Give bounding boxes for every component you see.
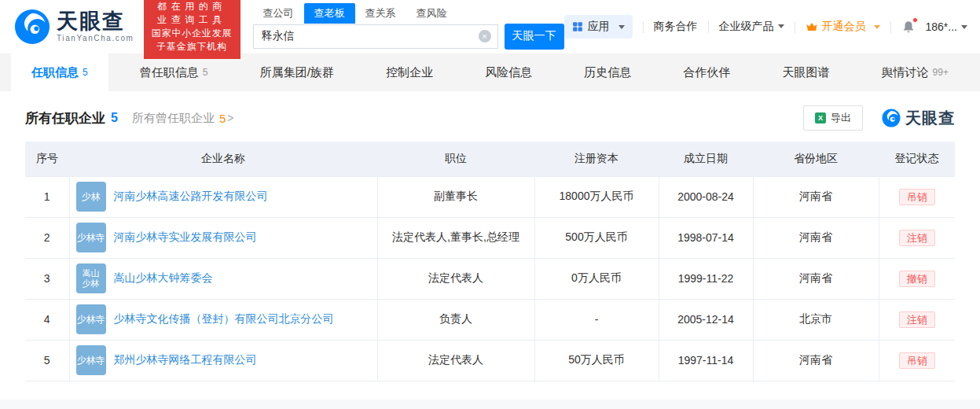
company-link[interactable]: 少林寺文化传播（登封）有限公司北京分公司 — [114, 312, 334, 326]
clear-search-icon[interactable]: × — [479, 30, 491, 42]
chevron-right-icon: > — [227, 112, 233, 124]
search-tab-relation[interactable]: 查关系 — [355, 3, 406, 24]
tab-graph[interactable]: 天眼图谱 — [762, 53, 850, 91]
row-index: 4 — [25, 299, 69, 340]
export-label: 导出 — [831, 111, 851, 125]
position-cell: 法定代表人 — [377, 340, 534, 381]
promo-banner-line1: 都在用的商业查询工具 — [152, 0, 233, 27]
tab-group[interactable]: 所属集团/族群 — [240, 53, 354, 91]
date-cell: 2000-08-24 — [659, 176, 753, 217]
divider — [890, 21, 891, 33]
tab-label: 舆情讨论 — [882, 65, 929, 80]
region-cell: 河南省 — [753, 340, 879, 381]
tab-label: 所属集团/族群 — [260, 65, 334, 80]
tab-partners[interactable]: 合作伙伴 — [663, 53, 751, 91]
tab-label: 天眼图谱 — [782, 65, 829, 80]
avatar-text: 少林寺 — [77, 314, 105, 325]
avatar-text: 少林 — [83, 278, 100, 289]
table-row: 3 嵩山 少林 嵩山少林大钟筹委会 法定代表人 0万人民币 1999-11-22… — [25, 258, 955, 299]
crown-icon — [806, 22, 818, 32]
capital-cell: 0万人民币 — [534, 258, 659, 299]
tab-risk-info[interactable]: 风险信息 — [464, 53, 552, 91]
avatar-text: 少林 — [82, 191, 101, 202]
tab-label: 控制企业 — [386, 65, 433, 80]
chevron-down-icon — [961, 25, 967, 29]
promo-banner-line2: 国家中小企业发展子基金旗下机构 — [152, 27, 233, 53]
status-badge: 注销 — [899, 311, 935, 328]
section-title-count: 5 — [111, 111, 118, 125]
col-region: 省份地区 — [753, 142, 879, 176]
row-index: 3 — [25, 258, 69, 299]
capital-cell: 18000万人民币 — [534, 176, 659, 217]
chevron-down-icon — [874, 25, 880, 29]
table-header-row: 序号 企业名称 职位 注册资本 成立日期 省份地区 登记状态 — [25, 142, 955, 176]
tab-history-info[interactable]: 历史信息 — [563, 53, 651, 91]
chevron-down-icon — [618, 25, 625, 29]
status-badge: 撤销 — [899, 271, 935, 287]
position-cell: 法定代表人,董事长,总经理 — [377, 217, 534, 258]
position-cell: 法定代表人 — [377, 258, 534, 299]
tab-public-opinion[interactable]: 舆情讨论99+ — [861, 53, 969, 91]
notification-dot — [912, 17, 918, 23]
company-link[interactable]: 河南少林寺实业发展有限公司 — [114, 230, 257, 245]
region-cell: 北京市 — [753, 299, 879, 340]
tianyancha-logo-icon — [14, 9, 50, 45]
capital-cell: 500万人民币 — [534, 217, 659, 258]
divider — [795, 21, 795, 33]
table-row: 1 少林 河南少林高速公路开发有限公司 副董事长 18000万人民币 2000-… — [25, 176, 955, 217]
avatar-text: 嵩山 — [83, 268, 100, 278]
date-cell: 1998-07-14 — [659, 217, 753, 258]
tianyancha-logo[interactable]: 天眼查 TianYanCha.com — [14, 9, 134, 45]
row-index: 2 — [25, 217, 69, 258]
company-link[interactable]: 河南少林高速公路开发有限公司 — [114, 190, 268, 204]
table-row: 2 少林寺 河南少林寺实业发展有限公司 法定代表人,董事长,总经理 500万人民… — [25, 217, 955, 258]
search-tab-boss[interactable]: 查老板 — [304, 3, 355, 24]
status-badge: 吊销 — [899, 189, 935, 205]
tab-controlled-companies[interactable]: 控制企业 — [365, 53, 453, 91]
logo-subtitle: TianYanCha.com — [57, 35, 134, 42]
company-link[interactable]: 郑州少林寺网络工程有限公司 — [114, 353, 257, 367]
search-tab-company[interactable]: 查公司 — [253, 3, 304, 24]
former-positions-count: 5 — [219, 112, 226, 125]
former-positions-link[interactable]: 所有曾任职企业 5 > — [132, 111, 234, 126]
avatar-text: 少林寺 — [77, 232, 105, 243]
menu-vip[interactable]: 开通会员 — [806, 20, 880, 34]
positions-table: 序号 企业名称 职位 注册资本 成立日期 省份地区 登记状态 1 少林 河南少林… — [25, 142, 955, 381]
user-phone-menu[interactable]: 186*... — [926, 20, 967, 33]
capital-cell: 50万人民币 — [534, 340, 659, 381]
region-cell: 河南省 — [753, 176, 879, 217]
promo-banner: 都在用的商业查询工具 国家中小企业发展子基金旗下机构 — [144, 0, 240, 59]
search-button[interactable]: 天眼一下 — [505, 24, 564, 50]
capital-cell: - — [534, 299, 659, 340]
export-button[interactable]: X 导出 — [803, 105, 863, 131]
apps-menu[interactable]: 应用 — [564, 15, 633, 39]
date-cell: 2005-12-14 — [659, 299, 753, 340]
col-date: 成立日期 — [659, 142, 753, 176]
app-grid-icon — [572, 21, 583, 32]
menu-enterprise-products[interactable]: 企业级产品 — [719, 20, 784, 34]
search-input[interactable] — [253, 24, 498, 49]
apps-menu-label: 应用 — [588, 20, 610, 34]
notification-bell[interactable] — [901, 20, 916, 34]
search-tab-risk[interactable]: 查风险 — [406, 3, 457, 24]
company-link[interactable]: 嵩山少林大钟筹委会 — [114, 271, 213, 286]
col-status: 登记状态 — [879, 142, 955, 176]
company-avatar: 少林寺 — [76, 345, 106, 375]
tab-label: 风险信息 — [485, 65, 532, 80]
company-avatar: 少林 — [76, 182, 106, 212]
col-index: 序号 — [25, 142, 69, 176]
footer-strip — [0, 400, 980, 409]
tab-positions[interactable]: 任职信息5 — [11, 53, 108, 91]
company-avatar: 少林寺 — [76, 223, 106, 252]
tab-label: 曾任职信息 — [140, 65, 199, 80]
status-badge: 吊销 — [899, 352, 935, 369]
menu-business-cooperation[interactable]: 商务合作 — [654, 20, 698, 34]
region-cell: 河南省 — [753, 258, 879, 299]
position-cell: 副董事长 — [377, 176, 534, 217]
section-head: 所有任职企业 5 所有曾任职企业 5 > X 导出 天眼查 — [25, 105, 955, 131]
main-content: 所有任职企业 5 所有曾任职企业 5 > X 导出 天眼查 — [0, 105, 980, 381]
watermark-title: 天眼查 — [905, 108, 955, 129]
col-capital: 注册资本 — [534, 142, 659, 176]
search-tabs: 查公司 查老板 查关系 查风险 — [253, 5, 564, 24]
tab-former-positions[interactable]: 曾任职信息5 — [119, 53, 229, 91]
